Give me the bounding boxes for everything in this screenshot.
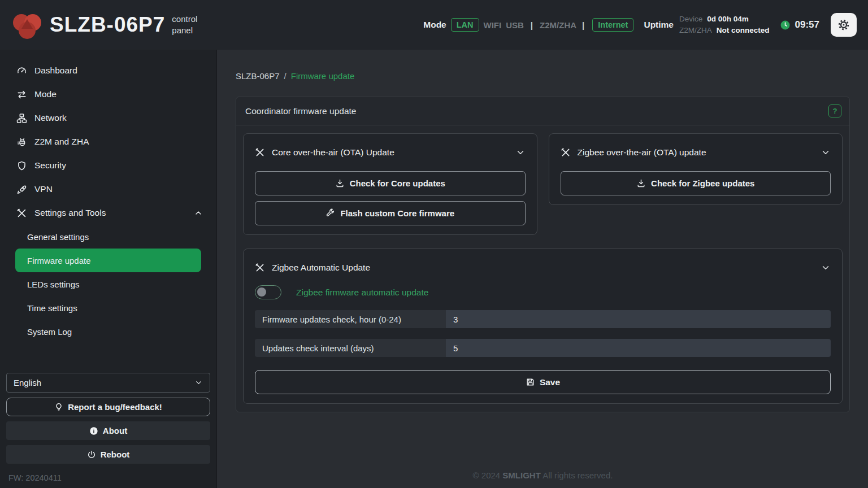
check-interval-input[interactable] [446, 339, 831, 357]
wrench-icon [326, 208, 335, 218]
chevron-down-icon [194, 378, 203, 387]
save-icon [526, 377, 535, 387]
mode-option-lan[interactable]: LAN [451, 18, 479, 32]
check-interval-row: Updates check interval (days) [255, 339, 831, 357]
sidebar-item-leds-settings[interactable]: LEDs settings [15, 272, 201, 296]
sidebar-item-firmware-update[interactable]: Firmware update [15, 249, 201, 272]
lightbulb-icon [54, 403, 63, 412]
header-divider: | [531, 20, 533, 30]
about-button[interactable]: About [6, 421, 210, 440]
uptime-block: Device 0d 00h 04m Z2M/ZHA Not connected [679, 14, 770, 37]
current-time: 09:57 [795, 19, 819, 30]
shield-icon [16, 160, 27, 171]
header-divider: | [582, 20, 584, 30]
zigbee-auto-update-header[interactable]: Zigbee Automatic Update [255, 255, 831, 281]
sidebar-item-general-settings[interactable]: General settings [15, 225, 201, 249]
zigbee-ota-card-header[interactable]: Zigbee over-the-air (OTA) update [561, 140, 831, 165]
panel-header: Coordinator firmware update ? [236, 97, 849, 125]
sidebar: Dashboard Mode Network [0, 50, 217, 488]
sidebar-item-system-log[interactable]: System Log [15, 320, 201, 343]
report-bug-button[interactable]: Report a bug/feedback! [6, 398, 210, 416]
breadcrumb-root[interactable]: SLZB-06P7 [236, 71, 280, 81]
reboot-button[interactable]: Reboot [6, 445, 210, 464]
flash-custom-core-button[interactable]: Flash custom Core firmware [255, 201, 526, 225]
chevron-down-icon [821, 147, 831, 158]
check-zigbee-updates-button[interactable]: Check for Zigbee updates [561, 171, 831, 195]
internet-status-badge: Internet [592, 18, 633, 32]
auto-update-toggle[interactable] [255, 285, 281, 299]
coordinator-firmware-panel: Coordinator firmware update ? Core o [236, 97, 850, 412]
download-icon [636, 178, 646, 188]
check-interval-label: Updates check interval (days) [255, 339, 446, 357]
swap-arrows-icon [16, 89, 27, 100]
sidebar-item-vpn[interactable]: VPN [0, 177, 216, 201]
tools-icon [255, 147, 265, 158]
device-uptime-label: Device [679, 14, 702, 25]
breadcrumb: SLZB-06P7 / Firmware update [236, 71, 850, 81]
sidebar-item-settings-and-tools[interactable]: Settings and Tools [0, 201, 216, 225]
core-ota-card-header[interactable]: Core over-the-air (OTA) Update [255, 140, 526, 165]
help-button[interactable]: ? [828, 104, 841, 117]
breadcrumb-separator: / [284, 71, 287, 81]
download-icon [335, 178, 345, 188]
tools-icon [16, 208, 27, 219]
zigbee-auto-update-card: Zigbee Automatic Update Zigbee firmware … [243, 249, 843, 404]
gear-icon [837, 19, 850, 31]
network-icon [16, 113, 27, 124]
z2m-zha-status: Z2M/ZHA [540, 20, 576, 30]
tools-icon [255, 263, 265, 273]
main-content: SLZB-06P7 / Firmware update Coordinator … [217, 50, 868, 488]
smlight-logo [12, 10, 42, 40]
check-core-updates-button[interactable]: Check for Core updates [255, 171, 526, 195]
footer-brand: SMLIGHT [502, 470, 541, 480]
sidebar-item-dashboard[interactable]: Dashboard [0, 59, 216, 82]
mode-label: Mode [423, 20, 446, 30]
core-ota-card: Core over-the-air (OTA) Update [243, 133, 537, 235]
dashboard-icon [16, 66, 27, 76]
firmware-version-text: FW: 20240411 [6, 469, 210, 482]
mode-option-wifi[interactable]: WIFI [484, 20, 502, 30]
language-select[interactable]: English [6, 373, 210, 393]
power-icon [87, 450, 96, 459]
clock-icon [780, 20, 791, 30]
bee-icon [16, 137, 27, 147]
update-hour-input[interactable] [446, 310, 831, 328]
panel-title: Coordinator firmware update [245, 106, 356, 116]
tools-icon [561, 147, 571, 158]
top-header: SLZB-06P7 control panel Mode LAN WIFI US… [0, 0, 868, 50]
save-button[interactable]: Save [255, 370, 831, 394]
update-hour-row: Firmware updates check, hour (0-24) [255, 310, 831, 328]
rocket-icon [16, 184, 27, 195]
sidebar-item-z2m-zha[interactable]: Z2M and ZHA [0, 130, 216, 154]
zigbee-ota-card: Zigbee over-the-air (OTA) update [549, 133, 843, 205]
chevron-up-icon [194, 208, 203, 217]
z2m-uptime-value: Not connected [717, 25, 770, 36]
uptime-label: Uptime [644, 20, 674, 30]
sidebar-item-network[interactable]: Network [0, 106, 216, 130]
app-title: SLZB-06P7 [50, 13, 165, 37]
device-uptime-value: 0d 00h 04m [707, 14, 749, 25]
update-hour-label: Firmware updates check, hour (0-24) [255, 310, 446, 328]
sidebar-item-security[interactable]: Security [0, 154, 216, 177]
auto-update-toggle-label: Zigbee firmware automatic update [296, 287, 428, 298]
info-icon [89, 426, 98, 435]
footer-copyright: © 2024 SMLIGHT All rights reserved. [236, 457, 850, 488]
sidebar-item-mode[interactable]: Mode [0, 82, 216, 106]
breadcrumb-current: Firmware update [291, 71, 355, 81]
chevron-down-icon [515, 147, 526, 158]
settings-gear-button[interactable] [831, 13, 857, 37]
z2m-uptime-label: Z2M/ZHA [679, 25, 712, 36]
mode-option-usb[interactable]: USB [506, 20, 524, 30]
sidebar-item-time-settings[interactable]: Time settings [15, 296, 201, 320]
chevron-down-icon [821, 263, 831, 273]
app-subtitle: control panel [172, 14, 197, 37]
